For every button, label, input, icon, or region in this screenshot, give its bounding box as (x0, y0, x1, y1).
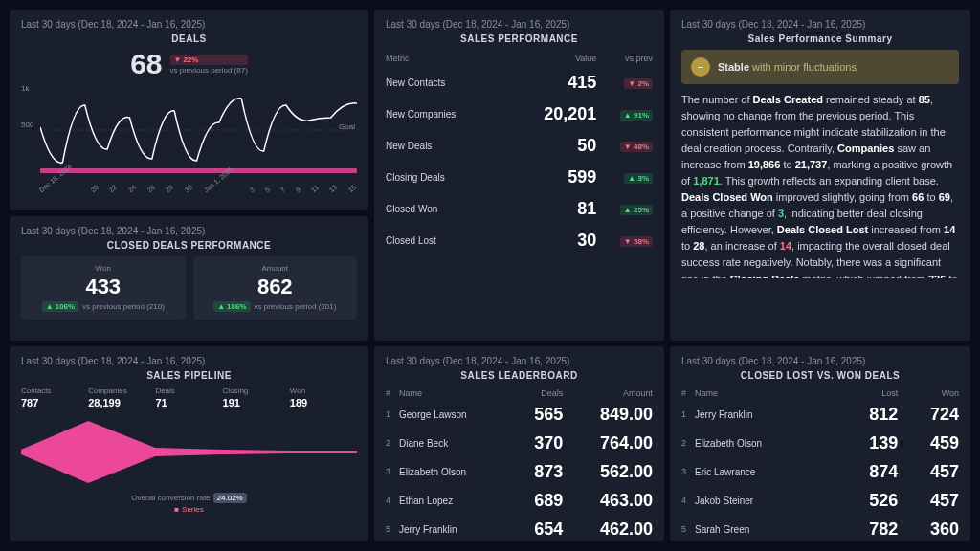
won-delta: ▲ 106% (42, 301, 78, 312)
lost-won-card: Last 30 days (Dec 18, 2024 - Jan 16, 202… (670, 346, 970, 541)
deals-delta: ▼ 22% (170, 55, 248, 65)
deals-value: 68 (130, 50, 162, 78)
leaderboard-card: Last 30 days (Dec 18, 2024 - Jan 16, 202… (374, 346, 664, 541)
table-row: 1George Lawson565849.00 (386, 400, 653, 429)
table-row: 3Elizabeth Olson873562.00 (386, 457, 653, 486)
won-card: Won 433 ▲ 106%vs previous period (210) (21, 256, 186, 320)
perf-row: New Deals50▼ 48% (386, 130, 653, 162)
perf-row: Closed Won81▲ 25% (386, 193, 653, 225)
svg-rect-1 (40, 168, 357, 173)
perf-row: New Contacts415▼ 2% (386, 67, 653, 99)
status-bar: − Stable with minor fluctuations (681, 50, 959, 84)
perf-row: Closing Deals599▲ 3% (386, 162, 653, 193)
amount-card: Amount 862 ▲ 186%vs previous period (301… (193, 256, 358, 320)
summary-text: The number of Deals Created remained ste… (681, 92, 959, 278)
table-row: 1Jerry Franklin812724 (681, 400, 959, 429)
deals-title: DEALS (21, 33, 357, 44)
perf-table: MetricValuevs prev New Contacts415▼ 2%Ne… (386, 50, 653, 256)
date-range: Last 30 days (Dec 18, 2024 - Jan 16, 202… (21, 19, 357, 30)
minus-icon: − (691, 57, 710, 77)
table-row: 5Sarah Green782360 (681, 515, 959, 541)
table-row: 2Diane Beck370764.00 (386, 429, 653, 457)
perf-row: New Companies20,201▲ 91% (386, 99, 653, 130)
sales-performance-card: Last 30 days (Dec 18, 2024 - Jan 16, 202… (374, 10, 664, 341)
perf-row: Closed Lost30▼ 58% (386, 225, 653, 256)
deals-card: Last 30 days (Dec 18, 2024 - Jan 16, 202… (10, 10, 368, 210)
amount-delta: ▲ 186% (213, 301, 250, 312)
closed-perf-card: Last 30 days (Dec 18, 2024 - Jan 16, 202… (10, 216, 368, 341)
table-row: 4Ethan Lopez689463.00 (386, 486, 653, 515)
pipeline-card: Last 30 days (Dec 18, 2024 - Jan 16, 202… (10, 346, 368, 541)
table-row: 3Eric Lawrance874457 (681, 457, 959, 486)
table-row: 2Elizabeth Olson139459 (681, 429, 959, 457)
summary-card: Last 30 days (Dec 18, 2024 - Jan 16, 202… (670, 10, 970, 341)
funnel-chart (21, 416, 357, 488)
table-row: 5Jerry Franklin654462.00 (386, 515, 653, 541)
table-row: 4Jakob Steiner526457 (681, 486, 959, 515)
deals-sub: vs previous period (87) (170, 66, 248, 75)
deals-chart: 1k 500 Goal Dec 18, 2024202224262830Jan … (21, 84, 357, 194)
